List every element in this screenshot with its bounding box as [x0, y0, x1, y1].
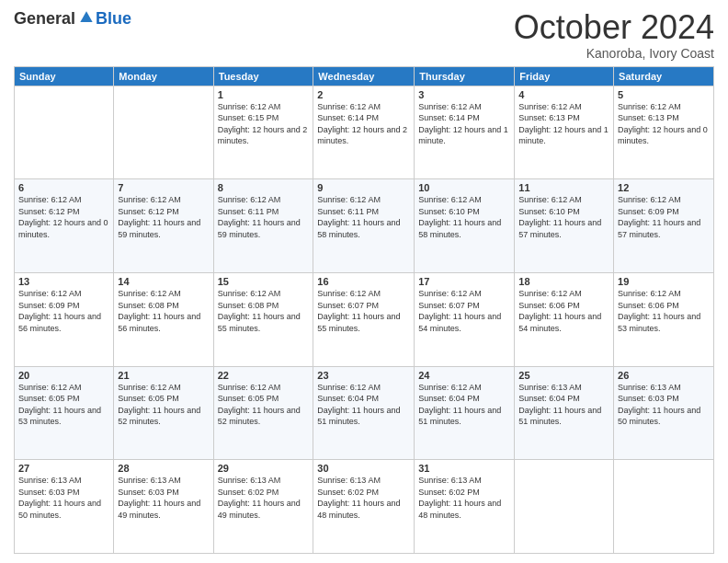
calendar-cell: 30Sunrise: 6:13 AM Sunset: 6:02 PM Dayli… [313, 460, 415, 554]
logo: General Blue [14, 9, 131, 29]
calendar-cell: 15Sunrise: 6:12 AM Sunset: 6:08 PM Dayli… [213, 272, 313, 366]
day-info: Sunrise: 6:13 AM Sunset: 6:03 PM Dayligh… [618, 382, 710, 428]
calendar-cell: 12Sunrise: 6:12 AM Sunset: 6:09 PM Dayli… [614, 179, 714, 273]
day-number: 24 [418, 370, 510, 381]
calendar-cell: 1Sunrise: 6:12 AM Sunset: 6:15 PM Daylig… [213, 86, 313, 179]
calendar-cell: 6Sunrise: 6:12 AM Sunset: 6:12 PM Daylig… [15, 179, 114, 273]
day-info: Sunrise: 6:13 AM Sunset: 6:02 PM Dayligh… [218, 475, 310, 521]
day-number: 26 [618, 370, 710, 381]
day-info: Sunrise: 6:13 AM Sunset: 6:03 PM Dayligh… [118, 475, 209, 521]
calendar-cell [114, 86, 213, 179]
day-number: 17 [418, 276, 510, 287]
calendar-cell: 3Sunrise: 6:12 AM Sunset: 6:14 PM Daylig… [415, 86, 515, 179]
col-header-tuesday: Tuesday [213, 66, 313, 86]
day-number: 22 [218, 370, 310, 381]
calendar-cell: 21Sunrise: 6:12 AM Sunset: 6:05 PM Dayli… [114, 366, 213, 460]
day-info: Sunrise: 6:12 AM Sunset: 6:05 PM Dayligh… [18, 382, 109, 428]
day-number: 29 [218, 463, 310, 474]
day-number: 6 [18, 182, 109, 193]
day-number: 2 [317, 89, 410, 100]
day-number: 25 [518, 370, 609, 381]
calendar-cell: 5Sunrise: 6:12 AM Sunset: 6:13 PM Daylig… [614, 86, 714, 179]
calendar-cell [15, 86, 114, 179]
day-info: Sunrise: 6:12 AM Sunset: 6:04 PM Dayligh… [418, 382, 510, 428]
col-header-friday: Friday [515, 66, 614, 86]
calendar-cell: 11Sunrise: 6:12 AM Sunset: 6:10 PM Dayli… [515, 179, 614, 273]
day-number: 4 [518, 89, 609, 100]
logo-blue-text: Blue [96, 9, 131, 29]
day-info: Sunrise: 6:12 AM Sunset: 6:07 PM Dayligh… [317, 288, 410, 334]
calendar-cell: 25Sunrise: 6:13 AM Sunset: 6:04 PM Dayli… [515, 366, 614, 460]
calendar-cell: 29Sunrise: 6:13 AM Sunset: 6:02 PM Dayli… [213, 460, 313, 554]
calendar-cell: 9Sunrise: 6:12 AM Sunset: 6:11 PM Daylig… [313, 179, 415, 273]
day-info: Sunrise: 6:13 AM Sunset: 6:04 PM Dayligh… [518, 382, 609, 428]
calendar-cell: 4Sunrise: 6:12 AM Sunset: 6:13 PM Daylig… [515, 86, 614, 179]
calendar-cell: 20Sunrise: 6:12 AM Sunset: 6:05 PM Dayli… [15, 366, 114, 460]
day-number: 12 [618, 182, 710, 193]
day-info: Sunrise: 6:12 AM Sunset: 6:12 PM Dayligh… [18, 194, 109, 240]
day-info: Sunrise: 6:12 AM Sunset: 6:14 PM Dayligh… [317, 101, 410, 147]
day-number: 20 [18, 370, 109, 381]
day-number: 21 [118, 370, 209, 381]
day-info: Sunrise: 6:12 AM Sunset: 6:10 PM Dayligh… [418, 194, 510, 240]
calendar-header-row: SundayMondayTuesdayWednesdayThursdayFrid… [15, 66, 714, 86]
calendar-cell: 22Sunrise: 6:12 AM Sunset: 6:05 PM Dayli… [213, 366, 313, 460]
day-info: Sunrise: 6:12 AM Sunset: 6:09 PM Dayligh… [18, 288, 109, 334]
calendar-cell: 7Sunrise: 6:12 AM Sunset: 6:12 PM Daylig… [114, 179, 213, 273]
col-header-saturday: Saturday [614, 66, 714, 86]
calendar-week-row: 27Sunrise: 6:13 AM Sunset: 6:03 PM Dayli… [15, 460, 714, 554]
calendar-cell: 31Sunrise: 6:13 AM Sunset: 6:02 PM Dayli… [415, 460, 515, 554]
col-header-thursday: Thursday [415, 66, 515, 86]
calendar-cell: 13Sunrise: 6:12 AM Sunset: 6:09 PM Dayli… [15, 272, 114, 366]
day-info: Sunrise: 6:12 AM Sunset: 6:13 PM Dayligh… [518, 101, 609, 147]
svg-marker-0 [80, 11, 92, 22]
logo-general-text: General [14, 9, 75, 29]
col-header-sunday: Sunday [15, 66, 114, 86]
day-info: Sunrise: 6:13 AM Sunset: 6:02 PM Dayligh… [418, 475, 510, 521]
day-number: 8 [218, 182, 310, 193]
calendar-cell: 27Sunrise: 6:13 AM Sunset: 6:03 PM Dayli… [15, 460, 114, 554]
calendar-cell: 8Sunrise: 6:12 AM Sunset: 6:11 PM Daylig… [213, 179, 313, 273]
location-title: Kanoroba, Ivory Coast [514, 46, 714, 61]
calendar-cell: 24Sunrise: 6:12 AM Sunset: 6:04 PM Dayli… [415, 366, 515, 460]
day-number: 15 [218, 276, 310, 287]
day-number: 14 [118, 276, 209, 287]
day-info: Sunrise: 6:12 AM Sunset: 6:11 PM Dayligh… [317, 194, 410, 240]
calendar-week-row: 6Sunrise: 6:12 AM Sunset: 6:12 PM Daylig… [15, 179, 714, 273]
day-info: Sunrise: 6:12 AM Sunset: 6:05 PM Dayligh… [218, 382, 310, 428]
calendar-table: SundayMondayTuesdayWednesdayThursdayFrid… [14, 66, 714, 554]
day-info: Sunrise: 6:12 AM Sunset: 6:08 PM Dayligh… [218, 288, 310, 334]
day-info: Sunrise: 6:12 AM Sunset: 6:06 PM Dayligh… [518, 288, 609, 334]
calendar-week-row: 13Sunrise: 6:12 AM Sunset: 6:09 PM Dayli… [15, 272, 714, 366]
day-number: 23 [317, 370, 410, 381]
day-number: 27 [18, 463, 109, 474]
day-info: Sunrise: 6:12 AM Sunset: 6:14 PM Dayligh… [418, 101, 510, 147]
logo-icon [77, 8, 96, 27]
day-info: Sunrise: 6:12 AM Sunset: 6:07 PM Dayligh… [418, 288, 510, 334]
calendar-cell: 23Sunrise: 6:12 AM Sunset: 6:04 PM Dayli… [313, 366, 415, 460]
day-info: Sunrise: 6:12 AM Sunset: 6:13 PM Dayligh… [618, 101, 710, 147]
day-info: Sunrise: 6:12 AM Sunset: 6:06 PM Dayligh… [618, 288, 710, 334]
day-number: 11 [518, 182, 609, 193]
calendar-cell: 28Sunrise: 6:13 AM Sunset: 6:03 PM Dayli… [114, 460, 213, 554]
col-header-monday: Monday [114, 66, 213, 86]
calendar-cell [614, 460, 714, 554]
calendar-cell: 16Sunrise: 6:12 AM Sunset: 6:07 PM Dayli… [313, 272, 415, 366]
day-info: Sunrise: 6:13 AM Sunset: 6:03 PM Dayligh… [18, 475, 109, 521]
day-number: 30 [317, 463, 410, 474]
calendar-cell: 19Sunrise: 6:12 AM Sunset: 6:06 PM Dayli… [614, 272, 714, 366]
day-number: 19 [618, 276, 710, 287]
day-number: 7 [118, 182, 209, 193]
calendar-cell: 17Sunrise: 6:12 AM Sunset: 6:07 PM Dayli… [415, 272, 515, 366]
day-info: Sunrise: 6:12 AM Sunset: 6:11 PM Dayligh… [218, 194, 310, 240]
col-header-wednesday: Wednesday [313, 66, 415, 86]
header: General Blue October 2024 Kanoroba, Ivor… [14, 9, 714, 61]
day-number: 1 [218, 89, 310, 100]
day-info: Sunrise: 6:12 AM Sunset: 6:04 PM Dayligh… [317, 382, 410, 428]
day-info: Sunrise: 6:12 AM Sunset: 6:05 PM Dayligh… [118, 382, 209, 428]
calendar-cell: 18Sunrise: 6:12 AM Sunset: 6:06 PM Dayli… [515, 272, 614, 366]
day-number: 16 [317, 276, 410, 287]
day-number: 9 [317, 182, 410, 193]
calendar-cell: 10Sunrise: 6:12 AM Sunset: 6:10 PM Dayli… [415, 179, 515, 273]
day-info: Sunrise: 6:13 AM Sunset: 6:02 PM Dayligh… [317, 475, 410, 521]
